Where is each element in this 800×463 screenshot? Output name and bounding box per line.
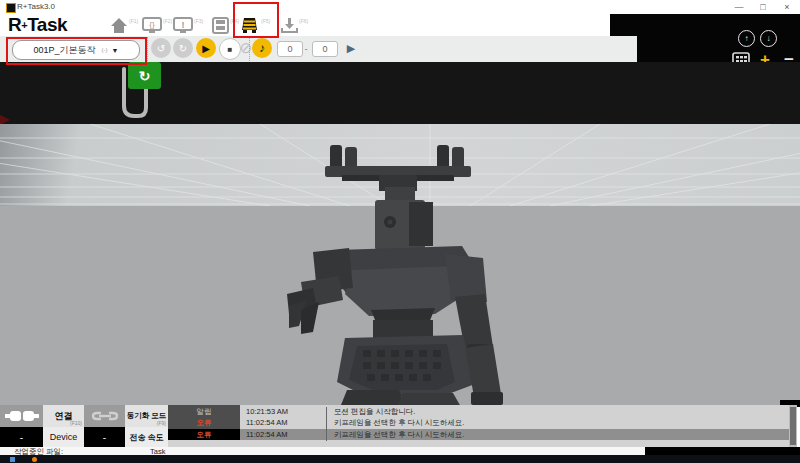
sync-link-icon xyxy=(84,405,125,427)
svg-text:{}: {} xyxy=(149,20,155,29)
frame-range-dash: - xyxy=(302,41,310,55)
log-message: 키프레임을 선택한 후 다시 시도하세요. xyxy=(334,430,774,440)
log-message: 키프레임을 선택한 후 다시 시도하세요. xyxy=(334,418,774,428)
download-icon[interactable] xyxy=(281,17,298,34)
app-window: R+Task3.0 — □ × R+Task (F1) {} (F2) ! (F… xyxy=(0,0,800,463)
loop-icon: ↻ xyxy=(139,68,151,84)
app-icon xyxy=(6,3,16,13)
robot-panel: ↑ ↓ + − xyxy=(610,14,800,62)
redo-button[interactable]: ↻ xyxy=(173,38,193,58)
taskbar-icon[interactable] xyxy=(32,457,37,462)
log-message: 모션 편집을 시작합니다. xyxy=(334,407,774,417)
log-scrollbar-thumb[interactable] xyxy=(790,407,796,445)
robot-model[interactable] xyxy=(287,142,532,407)
undo-button[interactable]: ↺ xyxy=(151,38,171,58)
log-time: 10:21:53 AM xyxy=(246,407,322,416)
connect-hint: (F10) xyxy=(70,420,82,426)
minimize-button[interactable]: — xyxy=(728,0,750,13)
output-monitor-icon[interactable]: ! xyxy=(173,17,193,34)
task-code-icon[interactable]: {} xyxy=(142,17,162,34)
download-hint: (F6) xyxy=(299,18,308,24)
play-button[interactable]: ▶ xyxy=(196,38,216,58)
svg-text:!: ! xyxy=(182,20,185,30)
home-icon[interactable] xyxy=(110,17,128,34)
frame-end-input[interactable]: 0 xyxy=(312,41,338,57)
os-taskbar xyxy=(0,455,800,463)
toolbar-separator xyxy=(147,37,148,61)
speed-value: - xyxy=(84,427,125,447)
footer-right-gap xyxy=(645,447,800,455)
log-time: 11:02:54 AM xyxy=(246,430,322,439)
app-logo: R+Task xyxy=(8,14,67,36)
log-type: 오류 xyxy=(168,418,240,428)
device-value: - xyxy=(0,427,43,447)
log-time: 11:02:54 AM xyxy=(246,418,322,427)
log-panel[interactable]: 알림 10:21:53 AM 모션 편집을 시작합니다. 오류 11:02:54… xyxy=(168,405,797,447)
log-type: 오류 xyxy=(168,430,240,440)
speed-label: 전송 속도 xyxy=(125,427,168,447)
sync-mode-button[interactable]: 동기화 모드 (F9) xyxy=(125,405,168,427)
connect-plug-icon xyxy=(0,405,43,427)
media-icon[interactable] xyxy=(212,17,229,34)
loop-badge[interactable]: ↻ xyxy=(128,62,161,89)
log-scrollbar[interactable] xyxy=(789,405,797,447)
upload-circle-icon[interactable]: ↑ xyxy=(738,30,755,47)
logo-task: Task xyxy=(27,14,67,36)
close-button[interactable]: × xyxy=(776,0,798,13)
viewport-3d[interactable] xyxy=(0,124,800,405)
frame-start-input[interactable]: 0 xyxy=(277,41,303,57)
music-note-button[interactable]: ♪ xyxy=(252,38,272,58)
device-label: Device xyxy=(43,427,84,447)
taskbar-icon[interactable] xyxy=(10,457,15,462)
log-column-divider xyxy=(326,407,327,441)
footer-strip: 작업중인 파일: Task xyxy=(0,447,645,455)
log-type: 알림 xyxy=(168,407,240,417)
annotation-box-motion-select xyxy=(6,37,147,65)
sync-mode-hint: (F9) xyxy=(157,420,166,426)
connect-button[interactable]: 연결 (F10) xyxy=(43,405,84,427)
window-title: R+Task3.0 xyxy=(17,2,55,11)
annotation-box-motion-icon xyxy=(233,2,279,38)
download-circle-icon[interactable]: ↓ xyxy=(760,30,777,47)
task-code-hint: (F2) xyxy=(163,18,172,24)
logo-r: R xyxy=(8,14,21,36)
motion-flow-strip: ↻ ✓ ↻ 1 × 1 001P_기본동작 xyxy=(0,62,800,124)
frame-play-button[interactable]: ▶ xyxy=(344,40,358,56)
toolbar-separator xyxy=(249,37,250,61)
output-monitor-hint: (F3) xyxy=(194,18,203,24)
home-hint: (F1) xyxy=(129,18,138,24)
maximize-button[interactable]: □ xyxy=(752,0,774,13)
window-titlebar: R+Task3.0 — □ × xyxy=(0,0,800,15)
